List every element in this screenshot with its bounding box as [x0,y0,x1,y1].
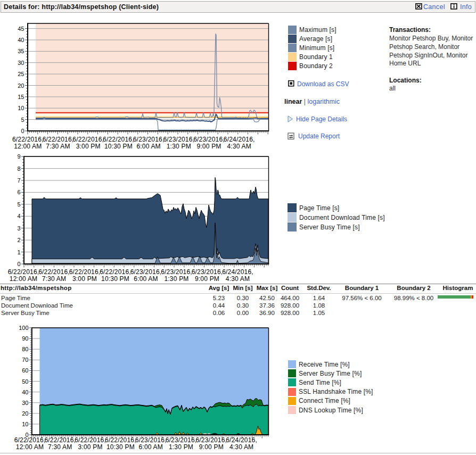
svg-text:45: 45 [18,26,24,32]
svg-text:20: 20 [22,410,28,417]
svg-text:6/23/2016,: 6/23/2016, [135,436,167,444]
svg-text:6/22/2016,: 6/22/2016, [43,136,74,143]
svg-text:6/23/2016,: 6/23/2016, [133,136,165,143]
svg-text:4:30 AM: 4:30 AM [226,275,250,283]
svg-text:3:00 PM: 3:00 PM [76,143,101,150]
svg-text:100: 100 [19,325,28,331]
svg-text:60: 60 [22,367,28,374]
svg-text:10:30 PM: 10:30 PM [101,275,129,283]
svg-text:12:00 AM: 12:00 AM [10,275,37,283]
svg-text:6/22/2016,: 6/22/2016, [12,136,44,143]
svg-text:7: 7 [17,177,20,184]
svg-text:2: 2 [17,237,20,243]
svg-text:10: 10 [22,421,28,427]
svg-text:12:00 AM: 12:00 AM [16,443,44,451]
svg-text:4:30 AM: 4:30 AM [227,143,251,150]
svg-text:6/23/2016,: 6/23/2016, [193,136,225,143]
svg-text:4:30 AM: 4:30 AM [229,443,253,451]
svg-text:10:30 PM: 10:30 PM [106,443,135,451]
svg-text:6/24/2016,: 6/24/2016, [224,136,255,143]
svg-text:7:30 AM: 7:30 AM [42,275,66,283]
svg-text:1:30 PM: 1:30 PM [169,443,193,451]
svg-text:6/22/2016,: 6/22/2016, [100,268,131,276]
svg-text:15: 15 [18,94,24,100]
svg-text:20: 20 [18,82,24,89]
svg-text:9:00 PM: 9:00 PM [199,443,224,451]
svg-text:6/22/2016,: 6/22/2016, [8,268,39,276]
svg-text:6/22/2016,: 6/22/2016, [105,436,136,444]
svg-text:6/22/2016,: 6/22/2016, [72,136,104,143]
svg-text:6/23/2016,: 6/23/2016, [192,268,223,276]
svg-text:6: 6 [17,189,20,195]
svg-text:6/24/2016,: 6/24/2016, [226,436,257,444]
svg-text:70: 70 [22,357,28,363]
svg-text:12:00 AM: 12:00 AM [14,143,42,150]
svg-text:6/23/2016,: 6/23/2016, [166,436,197,444]
svg-text:6:00 AM: 6:00 AM [136,143,160,150]
svg-text:6:00 AM: 6:00 AM [134,275,158,283]
svg-text:6/23/2016,: 6/23/2016, [163,136,194,143]
svg-text:8: 8 [17,166,20,172]
svg-text:6:00 AM: 6:00 AM [138,443,162,451]
svg-text:0: 0 [17,261,20,267]
svg-text:7:30 AM: 7:30 AM [46,143,70,150]
svg-text:1:30 PM: 1:30 PM [167,143,191,150]
svg-text:6/22/2016,: 6/22/2016, [14,436,46,444]
svg-text:50: 50 [22,378,28,385]
svg-text:9:00 PM: 9:00 PM [195,275,219,283]
svg-text:35: 35 [18,48,24,54]
svg-text:4: 4 [17,213,20,219]
svg-text:9: 9 [17,153,20,160]
svg-text:6/23/2016,: 6/23/2016, [161,268,192,276]
svg-text:10: 10 [18,105,24,111]
svg-text:6/22/2016,: 6/22/2016, [75,436,106,444]
svg-text:6/22/2016,: 6/22/2016, [69,268,101,276]
svg-text:6/22/2016,: 6/22/2016, [103,136,134,143]
svg-text:7:30 AM: 7:30 AM [48,443,72,451]
svg-text:1: 1 [17,249,20,255]
svg-text:6/22/2016,: 6/22/2016, [38,268,70,276]
svg-text:80: 80 [22,346,28,352]
svg-text:40: 40 [22,389,28,395]
svg-text:3: 3 [17,225,20,231]
svg-text:40: 40 [18,37,24,43]
svg-text:6/23/2016,: 6/23/2016, [195,436,227,444]
svg-text:6/23/2016,: 6/23/2016, [130,268,162,276]
svg-text:30: 30 [22,400,28,406]
svg-text:10:30 PM: 10:30 PM [104,143,133,150]
svg-text:9:00 PM: 9:00 PM [196,143,221,150]
svg-text:3:00 PM: 3:00 PM [78,443,103,451]
svg-text:5: 5 [17,201,20,208]
svg-text:6/24/2016,: 6/24/2016, [222,268,253,276]
svg-text:1:30 PM: 1:30 PM [164,275,188,283]
svg-text:0: 0 [21,128,24,134]
svg-text:5: 5 [21,117,24,123]
svg-text:90: 90 [22,335,28,342]
svg-text:3:00 PM: 3:00 PM [72,275,97,283]
svg-text:25: 25 [18,71,24,77]
svg-text:6/22/2016,: 6/22/2016, [44,436,76,444]
svg-text:30: 30 [18,60,24,66]
